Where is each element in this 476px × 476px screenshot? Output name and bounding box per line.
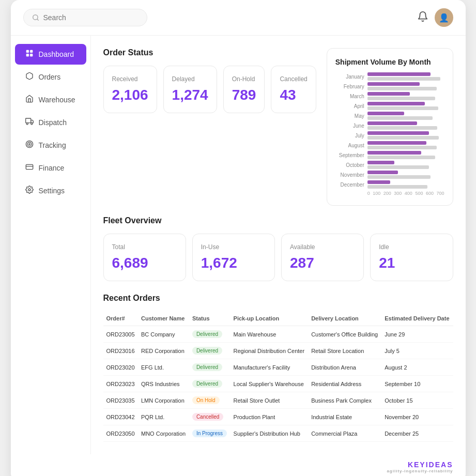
fleet-card-available: Available 287 bbox=[281, 234, 364, 281]
bar-row: September bbox=[335, 151, 444, 159]
delivery-cell: Residential Address bbox=[308, 376, 381, 392]
stat-card-delayed: Delayed 1,274 bbox=[163, 66, 217, 113]
order-id-cell: ORD23005 bbox=[103, 326, 139, 343]
orders-table-header: Order#Customer NameStatusPick-up Locatio… bbox=[103, 311, 453, 326]
table-row: ORD23023QRS IndustriesDeliveredLocal Sup… bbox=[103, 376, 453, 392]
brand-footer: KEYIDEAS agility-ingenuity-reliability bbox=[11, 454, 466, 476]
sidebar-item-settings[interactable]: Settings bbox=[15, 180, 86, 201]
bar-chart: JanuaryFebruaryMarchAprilMayJuneJulyAugu… bbox=[335, 72, 444, 189]
customer-name-cell: BC Company bbox=[138, 326, 189, 343]
svg-rect-4 bbox=[26, 54, 29, 56]
shipment-chart-section: Shipment Volume By Month JanuaryFebruary… bbox=[327, 48, 453, 206]
x-axis-label: 100 bbox=[373, 191, 380, 196]
pickup-cell: Manufacturer's Facility bbox=[231, 359, 309, 376]
bar-label: April bbox=[335, 103, 364, 109]
pickup-cell: Main Warehouse bbox=[231, 326, 309, 343]
customer-name-cell: EFG Ltd. bbox=[138, 359, 189, 376]
bar-track bbox=[367, 171, 444, 179]
sidebar-item-dashboard[interactable]: Dashboard bbox=[15, 44, 86, 65]
pickup-cell: Regional Distribution Center bbox=[231, 343, 309, 359]
sidebar-item-tracking[interactable]: Tracking bbox=[15, 135, 86, 156]
bar-track bbox=[367, 102, 444, 110]
finance-icon bbox=[25, 163, 34, 173]
bar-gray bbox=[367, 146, 437, 149]
fleet-card-total: Total 6,689 bbox=[103, 234, 186, 281]
x-axis-label: 600 bbox=[426, 191, 434, 196]
date-cell: October 15 bbox=[381, 392, 453, 409]
sidebar-item-label: Dashboard bbox=[39, 50, 74, 58]
svg-marker-7 bbox=[30, 120, 33, 122]
bar-row: December bbox=[335, 180, 444, 189]
customer-name-cell: RED Corporation bbox=[138, 343, 189, 359]
customer-name-cell: PQR Ltd. bbox=[138, 409, 189, 425]
order-id-cell: ORD23042 bbox=[103, 409, 139, 425]
bar-track bbox=[367, 131, 444, 140]
status-cell: On Hold bbox=[189, 392, 231, 409]
bar-gray bbox=[367, 116, 433, 120]
date-cell: December 25 bbox=[381, 425, 453, 442]
main-layout: Dashboard Orders Warehouse bbox=[11, 36, 466, 454]
date-cell: September 10 bbox=[381, 376, 453, 392]
chart-x-axis: 0100200300400500600700 bbox=[335, 191, 444, 196]
stat-value-cancelled: 43 bbox=[280, 87, 307, 103]
bar-row: January bbox=[335, 72, 444, 81]
fleet-cards: Total 6,689 In-Use 1,672 Available 287 I… bbox=[103, 234, 453, 281]
bar-purple bbox=[367, 102, 425, 105]
bar-label: August bbox=[335, 143, 364, 148]
bar-purple bbox=[367, 82, 420, 86]
status-badge: Cancelled bbox=[192, 413, 223, 421]
pickup-cell: Retail Store Outlet bbox=[231, 392, 309, 409]
pickup-cell: Production Plant bbox=[231, 409, 309, 425]
bar-row: October bbox=[335, 161, 444, 169]
status-badge: On Hold bbox=[192, 396, 220, 404]
bar-row: August bbox=[335, 141, 444, 149]
order-id-cell: ORD23035 bbox=[103, 392, 139, 409]
notification-bell-icon[interactable] bbox=[417, 11, 428, 25]
header: 👤 bbox=[11, 0, 466, 36]
fleet-card-idle: Idle 21 bbox=[370, 234, 453, 281]
table-row: ORD23016RED CorporationDeliveredRegional… bbox=[103, 343, 453, 359]
stat-card-cancelled: Cancelled 43 bbox=[271, 66, 316, 113]
bar-track bbox=[367, 141, 444, 149]
table-row: ORD23050MNO CorporationIn ProgressSuppli… bbox=[103, 425, 453, 442]
bar-track bbox=[367, 151, 444, 159]
sidebar-item-orders[interactable]: Orders bbox=[15, 67, 86, 87]
fleet-overview-title: Fleet Overview bbox=[103, 216, 453, 225]
table-row: ORD23042PQR Ltd.CancelledProduction Plan… bbox=[103, 409, 453, 425]
fleet-label-available: Available bbox=[290, 243, 355, 251]
x-axis-label: 400 bbox=[405, 191, 412, 196]
avatar[interactable]: 👤 bbox=[435, 8, 453, 27]
sidebar-item-warehouse[interactable]: Warehouse bbox=[15, 89, 86, 110]
bar-gray bbox=[367, 126, 437, 130]
orders-table-body: ORD23005BC CompanyDeliveredMain Warehous… bbox=[103, 326, 453, 442]
sidebar-item-label: Orders bbox=[39, 73, 61, 81]
gear-icon bbox=[25, 186, 34, 196]
order-status-section: Order Status Received 2,106 Delayed 1,27… bbox=[103, 48, 316, 206]
date-cell: August 2 bbox=[381, 359, 453, 376]
fleet-label-inuse: In-Use bbox=[201, 243, 266, 251]
status-cell: Delivered bbox=[189, 359, 231, 376]
search-box[interactable] bbox=[23, 9, 147, 26]
svg-rect-13 bbox=[26, 164, 33, 169]
bar-purple bbox=[367, 121, 418, 125]
status-cell: Delivered bbox=[189, 343, 231, 359]
warehouse-icon bbox=[25, 95, 34, 105]
stat-label-cancelled: Cancelled bbox=[280, 75, 307, 83]
bar-purple bbox=[367, 131, 429, 135]
sidebar-item-dispatch[interactable]: Dispatch bbox=[15, 112, 86, 133]
bar-gray bbox=[367, 175, 431, 179]
grid-icon bbox=[25, 49, 34, 59]
search-input[interactable] bbox=[43, 13, 139, 22]
sidebar-item-label: Tracking bbox=[39, 141, 66, 149]
bar-gray bbox=[367, 165, 429, 169]
bar-gray bbox=[367, 185, 427, 189]
svg-rect-6 bbox=[25, 118, 30, 123]
svg-rect-2 bbox=[26, 50, 29, 53]
bar-track bbox=[367, 121, 444, 130]
table-column-header: Status bbox=[189, 311, 231, 326]
sidebar-item-label: Finance bbox=[39, 164, 65, 172]
table-column-header: Pick-up Location bbox=[231, 311, 309, 326]
sidebar-item-finance[interactable]: Finance bbox=[15, 158, 86, 178]
order-id-cell: ORD23050 bbox=[103, 425, 139, 442]
bar-track bbox=[367, 92, 444, 100]
